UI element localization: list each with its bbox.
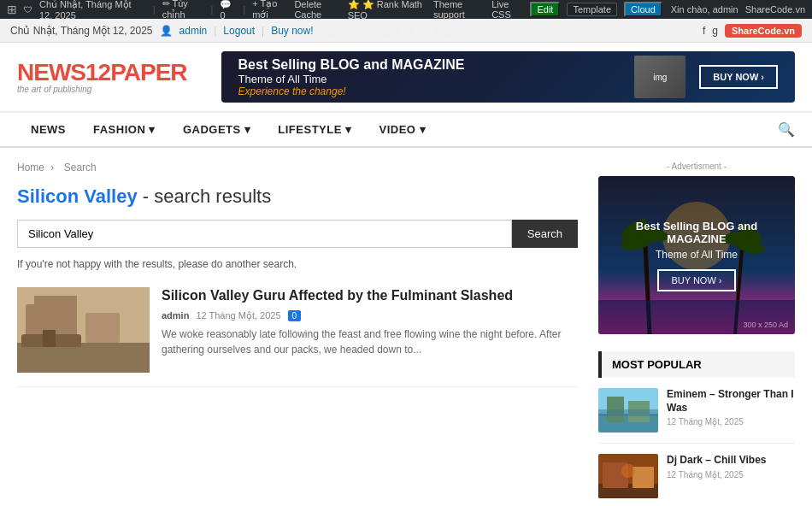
rank-math-link[interactable]: ⭐ ⭐ Rank Math SEO (348, 0, 427, 21)
buy-now-link[interactable]: Buy now! (271, 25, 313, 37)
popular-info-2: Dj Dark – Chill Vibes 12 Tháng Một, 2025 (667, 454, 795, 498)
sidebar-ad-size-label: 300 x 250 Ad (743, 321, 788, 329)
popular-item: Eminem – Stronger Than I Was 12 Tháng Mộ… (598, 388, 795, 444)
separator: | (214, 25, 216, 37)
article-content: Silicon Valley Guru Affected by the Fulm… (162, 287, 578, 373)
article-image: ShareCode.vn (17, 287, 150, 373)
edit-button[interactable]: Edit (530, 2, 560, 17)
customize-link[interactable]: ✏ Tùy chỉnh (162, 0, 204, 21)
breadcrumb-current: Search (64, 162, 97, 174)
svg-rect-26 (633, 467, 654, 488)
site-logo[interactable]: NEWS12PAPER the art of publishing (17, 61, 187, 94)
nav-item-lifestyle[interactable]: LIFESTYLE ▾ (264, 113, 365, 146)
sidebar-ad-subtitle: Theme of All Time (612, 249, 781, 261)
search-highlight: Silicon Valley (17, 185, 138, 207)
separator-3: | (243, 4, 245, 15)
search-note: If you're not happy with the results, pl… (17, 258, 578, 270)
sidebar-ad: Best Selling BLOG and MAGAZINE Theme of … (598, 176, 795, 334)
header-ad-line2: Theme of All Time (238, 73, 465, 85)
sidebar-ad-title: Best Selling BLOG and MAGAZINE (612, 220, 781, 245)
header-ad-line3: Experience the change! (238, 85, 465, 97)
popular-date-1: 12 Tháng Một, 2025 (667, 417, 795, 427)
svg-rect-5 (43, 330, 56, 347)
site-name-link[interactable]: Chủ Nhật, Tháng Một 12, 2025 (39, 0, 146, 21)
svg-rect-22 (598, 409, 658, 416)
nav-link-gadgets[interactable]: GADGETS ▾ (169, 113, 264, 146)
svg-rect-17 (598, 300, 795, 334)
logout-link[interactable]: Logout (223, 25, 255, 37)
header-ad-text: Best Selling BLOG and MAGAZINE Theme of … (238, 57, 465, 97)
popular-title-2[interactable]: Dj Dark – Chill Vibes (667, 454, 795, 468)
popular-title-1[interactable]: Eminem – Stronger Than I Was (667, 388, 795, 415)
breadcrumb: Home › Search (17, 162, 578, 174)
sidebar-ad-label: - Advertisment - (598, 162, 795, 171)
site-overlay-title: ShareCode.vn (325, 20, 486, 42)
nav-link-video[interactable]: VIDEO ▾ (365, 113, 439, 146)
header-ad-right: img BUY NOW › (634, 56, 778, 98)
nav-item-news[interactable]: NEWS (17, 113, 79, 146)
sharecode-badge: ShareCode.vn (725, 24, 802, 38)
logo-news: NEWS (17, 59, 85, 85)
nav-link-news[interactable]: NEWS (17, 113, 79, 146)
sidebar-ad-content: Best Selling BLOG and MAGAZINE Theme of … (612, 220, 781, 291)
svg-rect-1 (17, 343, 150, 373)
article-title-link[interactable]: Silicon Valley Guru Affected by the Fulm… (162, 287, 578, 305)
shield-icon: 🛡 (24, 5, 32, 15)
search-input[interactable] (17, 220, 512, 248)
site-header: NEWS12PAPER the art of publishing Best S… (0, 43, 812, 113)
header-ad: Best Selling BLOG and MAGAZINE Theme of … (221, 51, 795, 103)
social-g[interactable]: g (712, 25, 718, 37)
separator2: | (262, 25, 264, 37)
logo-paper: PAPER (110, 59, 186, 85)
sidebar: - Advertisment - (598, 162, 795, 506)
logo-tagline: the art of publishing (17, 85, 91, 94)
wp-logo-icon[interactable]: ⊞ (7, 3, 17, 16)
search-button[interactable]: Search (512, 220, 578, 248)
search-form: Search (17, 220, 578, 248)
search-heading: Silicon Valley - search results (17, 185, 578, 208)
breadcrumb-separator: › (50, 162, 54, 174)
nav-item-fashion[interactable]: FASHION ▾ (79, 113, 169, 146)
nav-item-video[interactable]: VIDEO ▾ (365, 113, 439, 146)
live-css-link[interactable]: Live CSS (491, 0, 523, 20)
sidebar-ad-buy-button[interactable]: BUY NOW › (657, 269, 735, 291)
nav-link-lifestyle[interactable]: LIFESTYLE ▾ (264, 113, 365, 146)
logo-number: 12 (85, 59, 110, 85)
cloud-button[interactable]: Cloud (624, 2, 662, 17)
article-excerpt: We woke reasonably late following the fe… (162, 327, 578, 357)
nav-item-gadgets[interactable]: GADGETS ▾ (169, 113, 264, 146)
header-ad-line1: Best Selling BLOG and MAGAZINE (238, 57, 465, 73)
header-ad-buy-button[interactable]: BUY NOW › (699, 65, 778, 89)
username-text[interactable]: admin (179, 25, 208, 37)
template-button[interactable]: Template (567, 3, 617, 16)
logo-text: NEWS12PAPER (17, 61, 187, 85)
breadcrumb-home[interactable]: Home (17, 162, 44, 174)
date-text: Chủ Nhật, Tháng Một 12, 2025 (10, 25, 153, 37)
login-bar: Chủ Nhật, Tháng Một 12, 2025 👤 admin | L… (0, 19, 812, 43)
nav-list: NEWS FASHION ▾ GADGETS ▾ LIFESTYLE ▾ VID… (17, 113, 439, 146)
search-icon[interactable]: 🔍 (778, 121, 795, 138)
main-content: Home › Search Silicon Valley - search re… (17, 162, 578, 506)
social-fb[interactable]: f (703, 25, 705, 37)
article-thumbnail: ShareCode.vn (17, 287, 150, 373)
search-heading-suffix: - search results (138, 185, 272, 207)
popular-thumb-1 (598, 388, 658, 432)
article-date: 12 Tháng Một, 2025 (196, 310, 280, 321)
popular-info-1: Eminem – Stronger Than I Was 12 Tháng Mộ… (667, 388, 795, 432)
article-author: admin (162, 310, 189, 321)
delete-cache-link[interactable]: Delete Cache (294, 0, 340, 20)
avatar-icon: 👤 (160, 25, 173, 37)
svg-rect-3 (85, 313, 120, 343)
popular-thumb-2 (598, 454, 658, 498)
separator-2: | (211, 4, 214, 15)
comments-link[interactable]: 💬 0 (220, 0, 236, 21)
most-popular-header: MOST POPULAR (598, 351, 795, 378)
header-ad-thumb: img (634, 56, 685, 98)
nav-link-fashion[interactable]: FASHION ▾ (79, 113, 169, 146)
greeting-text: Xin chào, admin (671, 4, 738, 15)
sharecode-logo: ShareCode.vn (745, 4, 805, 15)
new-link[interactable]: + Tạo mới (252, 0, 287, 21)
main-navigation: NEWS FASHION ▾ GADGETS ▾ LIFESTYLE ▾ VID… (0, 113, 812, 148)
theme-support-link[interactable]: Theme support (433, 0, 485, 20)
separator-1: | (153, 4, 156, 15)
